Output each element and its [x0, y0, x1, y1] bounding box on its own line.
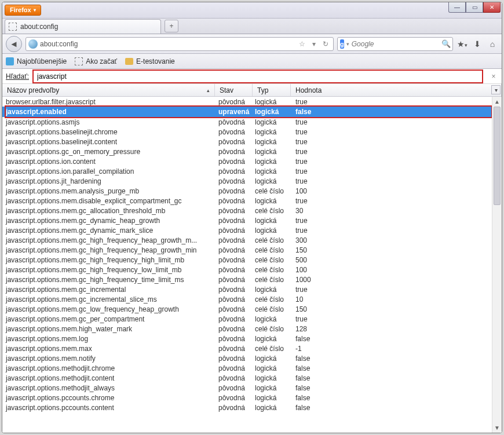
pref-row[interactable]: javascript.options.pccounts.contentpôvod…: [2, 403, 502, 412]
pref-status: pôvodná: [215, 236, 253, 244]
pref-value: false: [291, 354, 502, 363]
pref-row[interactable]: javascript.options.asmjspôvodnálogickátr…: [2, 117, 502, 127]
search-engine-dropdown-icon[interactable]: ▾: [346, 41, 349, 47]
column-header-value[interactable]: Hodnota: [291, 84, 502, 96]
vertical-scrollbar[interactable]: ▲ ▼: [492, 97, 502, 433]
scroll-thumb[interactable]: [494, 107, 501, 205]
url-bar[interactable]: ☆ ▾ ↻: [25, 37, 334, 51]
pref-name: javascript.options.gc_on_memory_pressure: [2, 148, 215, 156]
pref-name: javascript.options.pccounts.chrome: [2, 394, 215, 402]
bookmark-label: Ako začať: [86, 57, 117, 65]
bookmark-icon: [75, 57, 83, 65]
search-box[interactable]: g ▾ 🔍: [337, 37, 453, 51]
pref-row[interactable]: javascript.options.mem.gc_high_frequency…: [2, 245, 502, 255]
config-rows[interactable]: browser.urlbar.filter.javascriptpôvodnál…: [2, 97, 502, 433]
url-dropdown-icon[interactable]: ▾: [310, 40, 318, 48]
pref-row[interactable]: javascript.options.mem.notifypôvodnálogi…: [2, 353, 502, 363]
pref-row[interactable]: javascript.options.mem.disable_explicit_…: [2, 196, 502, 206]
pref-row[interactable]: javascript.options.pccounts.chromepôvodn…: [2, 393, 502, 403]
pref-row[interactable]: javascript.options.mem.gc_high_frequency…: [2, 255, 502, 265]
pref-name: javascript.options.ion.parallel_compilat…: [2, 167, 215, 176]
pref-row[interactable]: javascript.options.jit_hardeningpôvodnál…: [2, 176, 502, 186]
pref-value: true: [291, 138, 502, 146]
pref-name: javascript.options.mem.gc_high_frequency…: [2, 276, 215, 284]
pref-row[interactable]: javascript.options.mem.analysis_purge_mb…: [2, 186, 502, 196]
bookmarks-menu-button[interactable]: ★▾: [456, 39, 468, 49]
pref-row[interactable]: javascript.options.mem.gc_allocation_thr…: [2, 206, 502, 215]
pref-status: pôvodná: [215, 177, 253, 185]
column-header-type[interactable]: Typ: [253, 84, 291, 96]
url-input[interactable]: [40, 40, 294, 48]
back-button[interactable]: ◄: [6, 36, 22, 52]
pref-row[interactable]: javascript.options.mem.gc_low_frequency_…: [2, 304, 502, 314]
pref-row[interactable]: javascript.options.gc_on_memory_pressure…: [2, 147, 502, 156]
pref-value: -1: [291, 345, 502, 353]
pref-type: logická: [253, 118, 291, 126]
scroll-down-icon[interactable]: ▼: [492, 423, 502, 433]
config-search-highlight: [32, 70, 483, 83]
home-button[interactable]: ⌂: [487, 39, 498, 49]
pref-row[interactable]: javascript.options.mem.gc_high_frequency…: [2, 275, 502, 284]
firefox-menu-button[interactable]: Firefox ▾: [5, 5, 41, 16]
column-header-name[interactable]: Názov predvoľby ▴: [2, 84, 215, 96]
pref-row[interactable]: javascript.options.mem.gc_high_frequency…: [2, 235, 502, 245]
scroll-up-icon[interactable]: ▲: [492, 97, 502, 107]
search-engine-icon[interactable]: g: [340, 39, 344, 49]
home-icon: ⌂: [490, 39, 495, 49]
pref-status: pôvodná: [215, 374, 253, 382]
pref-status: pôvodná: [215, 118, 253, 126]
search-input[interactable]: [352, 40, 439, 48]
pref-status: pôvodná: [215, 158, 253, 166]
pref-status: pôvodná: [215, 404, 253, 412]
plus-icon: +: [169, 22, 173, 30]
reload-icon[interactable]: ↻: [320, 40, 331, 48]
tabstrip: about:config +: [2, 19, 502, 34]
pref-name: javascript.options.mem.log: [2, 335, 215, 343]
pref-row[interactable]: javascript.options.methodjit.contentpôvo…: [2, 373, 502, 383]
clear-search-button[interactable]: ×: [489, 72, 498, 81]
pref-row[interactable]: javascript.options.mem.gc_high_frequency…: [2, 265, 502, 275]
search-go-icon[interactable]: 🔍: [441, 39, 451, 48]
scroll-track[interactable]: [492, 107, 502, 423]
pref-type: logická: [253, 197, 291, 205]
column-picker-button[interactable]: ▾: [491, 85, 501, 94]
pref-status: pôvodná: [215, 394, 253, 402]
bookmark-item[interactable]: E-testovanie: [125, 57, 175, 65]
pref-row[interactable]: javascript.options.baselinejit.contentpô…: [2, 137, 502, 147]
pref-value: true: [291, 118, 502, 126]
pref-row[interactable]: javascript.options.mem.gc_per_compartmen…: [2, 314, 502, 324]
pref-value: true: [291, 226, 502, 235]
pref-row[interactable]: javascript.options.methodjit_alwayspôvod…: [2, 383, 502, 393]
maximize-button[interactable]: ▭: [466, 2, 483, 13]
pref-row[interactable]: javascript.options.mem.gc_incremental_sl…: [2, 294, 502, 304]
pref-type: logická: [253, 335, 291, 343]
tab-about-config[interactable]: about:config: [5, 19, 161, 34]
pref-row[interactable]: browser.urlbar.filter.javascriptpôvodnál…: [2, 97, 502, 107]
pref-type: logická: [253, 167, 291, 176]
pref-row[interactable]: javascript.enabledupravenálogickáfalse: [2, 107, 502, 117]
pref-type: celé číslo: [253, 256, 291, 264]
pref-value: true: [291, 98, 502, 106]
pref-row[interactable]: javascript.options.methodjit.chromepôvod…: [2, 363, 502, 373]
config-search-input[interactable]: [35, 71, 481, 82]
pref-row[interactable]: javascript.options.ion.parallel_compilat…: [2, 166, 502, 176]
pref-row[interactable]: javascript.options.mem.high_water_markpô…: [2, 324, 502, 334]
pref-row[interactable]: javascript.options.mem.gc_incrementalpôv…: [2, 284, 502, 294]
pref-row[interactable]: javascript.options.mem.maxpôvodnácelé čí…: [2, 343, 502, 353]
bookmark-item[interactable]: Najobľúbenejšie: [6, 57, 67, 65]
pref-type: logická: [253, 217, 291, 225]
column-header-status[interactable]: Stav: [215, 84, 253, 96]
bookmark-star-icon[interactable]: ☆: [297, 40, 308, 48]
minimize-button[interactable]: —: [448, 2, 466, 13]
bookmark-item[interactable]: Ako začať: [75, 57, 117, 65]
pref-row[interactable]: javascript.options.baselinejit.chromepôv…: [2, 127, 502, 137]
new-tab-button[interactable]: +: [165, 20, 178, 32]
pref-row[interactable]: javascript.options.ion.contentpôvodnálog…: [2, 156, 502, 166]
pref-row[interactable]: javascript.options.mem.gc_dynamic_mark_s…: [2, 225, 502, 235]
close-button[interactable]: ✕: [483, 2, 501, 13]
pref-row[interactable]: javascript.options.mem.gc_dynamic_heap_g…: [2, 215, 502, 225]
pref-name: javascript.options.mem.gc_high_frequency…: [2, 266, 215, 274]
pref-status: pôvodná: [215, 364, 253, 372]
downloads-button[interactable]: ⬇: [472, 39, 483, 49]
pref-row[interactable]: javascript.options.mem.logpôvodnálogická…: [2, 334, 502, 343]
